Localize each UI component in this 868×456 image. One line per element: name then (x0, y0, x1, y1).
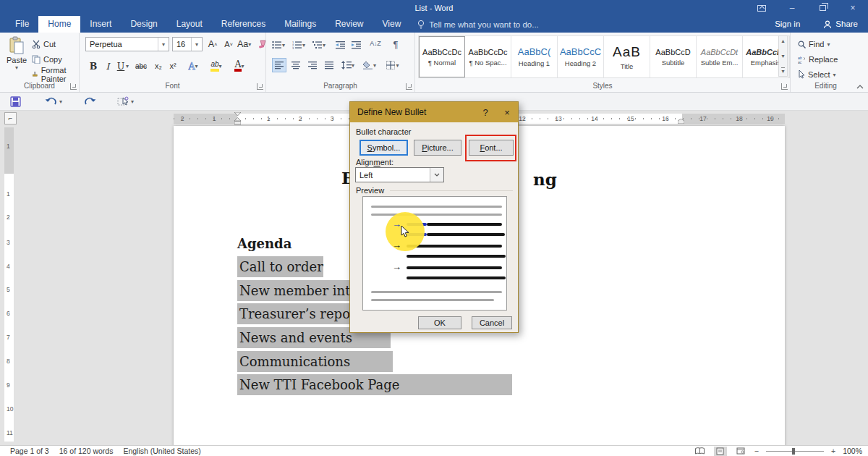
replace-button[interactable]: ab ac Replace (798, 53, 838, 66)
cut-button[interactable]: Cut (32, 38, 79, 51)
define-new-bullet-dialog[interactable]: Define New Bullet ? × Bullet character S… (349, 101, 519, 333)
style-title[interactable]: AaBTitle (604, 36, 650, 77)
align-right-button[interactable] (305, 58, 320, 72)
save-button[interactable] (4, 93, 27, 111)
strikethrough-button[interactable]: abc (135, 59, 148, 73)
tab-home[interactable]: Home (38, 16, 80, 33)
read-mode-button[interactable] (694, 447, 707, 456)
undo-dropdown-arrow[interactable]: ▾ (59, 98, 62, 105)
minimize-button[interactable]: – (777, 0, 807, 16)
document-line[interactable]: New TTI Facebook Page (237, 374, 512, 395)
tab-insert[interactable]: Insert (80, 16, 121, 33)
paste-button[interactable]: Paste ▾ (4, 36, 29, 71)
style-subtle-em-[interactable]: AaBbCcDtSubtle Em... (697, 36, 743, 77)
document-line[interactable]: Call to order (237, 256, 323, 277)
ribbon-display-options-button[interactable] (746, 0, 777, 16)
style--normal[interactable]: AaBbCcDc¶ Normal (419, 36, 465, 77)
italic-button[interactable]: I (101, 59, 114, 73)
word-count[interactable]: 16 of 120 words (59, 447, 114, 455)
dialog-close-button[interactable]: × (496, 107, 518, 118)
collapse-ribbon-button[interactable] (856, 85, 864, 89)
font-size-combo[interactable]: 16 ▾ (172, 37, 203, 51)
zoom-slider-thumb[interactable] (792, 448, 795, 455)
zoom-in-button[interactable]: + (831, 447, 835, 455)
symbol-button[interactable]: Symbol... (359, 140, 408, 156)
style-subtitle[interactable]: AaBbCcDSubtitle (650, 36, 697, 77)
change-case-button[interactable]: Aa▾ (237, 37, 251, 51)
align-left-button[interactable] (272, 58, 286, 72)
style-heading-1[interactable]: AaBbC(Heading 1 (511, 36, 558, 77)
sign-in-button[interactable]: Sign in (775, 16, 800, 33)
zoom-slider[interactable] (766, 451, 824, 452)
copy-button[interactable]: Copy (32, 53, 79, 66)
sort-button[interactable]: A↓Z (369, 36, 382, 51)
bold-button[interactable]: B (87, 59, 100, 73)
decrease-indent-button[interactable] (334, 38, 347, 52)
format-painter-button[interactable]: Format Painter (32, 68, 79, 81)
styles-dialog-launcher[interactable] (781, 83, 788, 90)
clipboard-dialog-launcher[interactable] (70, 83, 77, 90)
align-center-button[interactable] (289, 58, 303, 72)
cancel-button[interactable]: Cancel (472, 316, 512, 329)
indent-markers[interactable] (234, 112, 241, 125)
tab-file[interactable]: File (6, 16, 38, 33)
tab-view[interactable]: View (373, 16, 411, 33)
zoom-level[interactable]: 100% (843, 447, 862, 455)
ok-button[interactable]: OK (418, 316, 461, 329)
styles-scroll-down[interactable]: ▾ (781, 53, 784, 59)
right-indent-marker[interactable] (678, 119, 684, 124)
find-button[interactable]: Find▾ (798, 38, 830, 51)
language-indicator[interactable]: English (United States) (123, 447, 200, 455)
tab-references[interactable]: References (212, 16, 275, 33)
tell-me-box[interactable]: Tell me what you want to do... (417, 16, 539, 33)
shading-button[interactable]: ▾ (363, 58, 376, 72)
font-name-combo[interactable]: Perpetua ▾ (85, 37, 169, 51)
redo-button[interactable] (78, 93, 101, 111)
increase-indent-button[interactable] (350, 38, 363, 52)
font-dialog-launcher[interactable] (257, 83, 263, 90)
text-effects-button[interactable]: A▾ (187, 59, 200, 73)
dialog-help-button[interactable]: ? (475, 107, 496, 118)
borders-button[interactable]: ▾ (386, 58, 399, 72)
paragraph-dialog-launcher[interactable] (406, 83, 412, 90)
undo-button[interactable]: ▾ (40, 93, 68, 111)
tab-mailings[interactable]: Mailings (275, 16, 326, 33)
style--no-spac-[interactable]: AaBbCcDc¶ No Spac... (465, 36, 511, 77)
line-spacing-button[interactable]: ▾ (341, 58, 354, 72)
styles-gallery-more[interactable]: ▾ (781, 67, 784, 75)
bullets-button[interactable]: ▾ (272, 38, 285, 52)
select-objects-dropdown-arrow[interactable]: ▾ (131, 98, 134, 105)
zoom-out-button[interactable]: − (754, 447, 759, 455)
alignment-dropdown[interactable]: Left (355, 167, 444, 182)
shrink-font-button[interactable]: A˅ (222, 37, 235, 51)
tab-design[interactable]: Design (121, 16, 166, 33)
page-count[interactable]: Page 1 of 3 (10, 447, 49, 455)
styles-scroll-up[interactable]: ▴ (781, 38, 784, 44)
font-color-button[interactable]: A▾ (233, 59, 246, 73)
show-hide-marks-button[interactable]: ¶ (389, 37, 402, 51)
highlight-color-button[interactable]: ab▾ (210, 59, 223, 73)
tab-selector[interactable]: ⌐ (4, 112, 17, 124)
tab-review[interactable]: Review (326, 16, 373, 33)
subscript-button[interactable]: x₂ (152, 59, 165, 73)
share-button[interactable]: Share (813, 16, 868, 33)
grow-font-button[interactable]: A˄ (206, 37, 219, 51)
close-button[interactable]: × (838, 0, 868, 16)
superscript-button[interactable]: x² (166, 59, 179, 73)
numbering-button[interactable]: 1 2 3 ▾ (292, 38, 305, 52)
print-layout-button[interactable] (714, 447, 727, 456)
tab-layout[interactable]: Layout (167, 16, 212, 33)
document-line[interactable]: Agenda (237, 233, 292, 254)
select-objects-button[interactable]: ▾ (111, 93, 140, 111)
multilevel-list-button[interactable]: ▾ (312, 38, 326, 52)
style-heading-2[interactable]: AaBbCcCHeading 2 (558, 36, 604, 77)
web-layout-button[interactable] (734, 447, 747, 456)
underline-dropdown-arrow[interactable]: ▾ (126, 63, 129, 69)
picture-button[interactable]: Picture... (414, 140, 461, 156)
vertical-ruler[interactable]: 11234567891011 (4, 127, 14, 442)
justify-button[interactable] (322, 58, 336, 72)
dialog-title-bar[interactable]: Define New Bullet ? × (350, 102, 518, 122)
restore-button[interactable] (807, 0, 838, 16)
document-line[interactable]: Communications (237, 351, 393, 372)
select-button[interactable]: Select▾ (798, 68, 836, 81)
